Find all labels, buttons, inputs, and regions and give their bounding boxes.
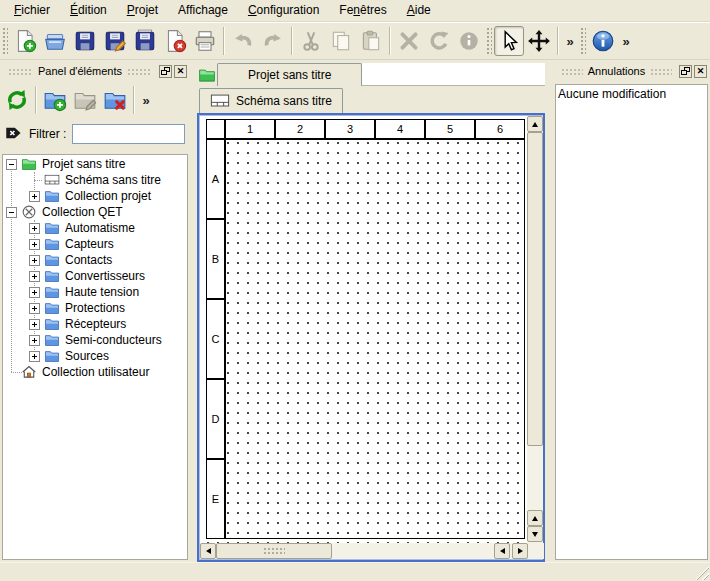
- expander-plus-icon[interactable]: [29, 319, 40, 330]
- expander-plus-icon[interactable]: [29, 271, 40, 282]
- open-project-button[interactable]: [40, 26, 70, 56]
- menu-configuration[interactable]: Configuration: [238, 0, 329, 22]
- filter-input[interactable]: [72, 124, 185, 144]
- tree-item-convertisseurs[interactable]: Convertisseurs: [3, 268, 187, 284]
- expander-plus-icon[interactable]: [29, 303, 40, 314]
- folder-icon: [44, 332, 60, 348]
- folder-icon: [44, 332, 60, 348]
- tree-item-contacts[interactable]: Contacts: [3, 252, 187, 268]
- menu-fenetres[interactable]: Fenêtres: [329, 0, 396, 22]
- move-view-button[interactable]: [524, 26, 554, 56]
- tree-item-automatisme[interactable]: Automatisme: [3, 220, 187, 236]
- tree-item-projet-sans-titre[interactable]: Projet sans titre: [3, 156, 187, 172]
- clear-filter-button[interactable]: [5, 124, 23, 145]
- tree-item-collection-projet[interactable]: Collection projet: [3, 188, 187, 204]
- toolbar-extension-button[interactable]: »: [138, 85, 154, 115]
- about-info-button[interactable]: [588, 26, 618, 56]
- menu-edition[interactable]: Édition: [60, 0, 117, 22]
- edit-category-button[interactable]: [70, 85, 100, 115]
- paste-button[interactable]: [356, 26, 386, 56]
- scroll-left-button[interactable]: [200, 543, 216, 559]
- scroll-right-button[interactable]: [512, 543, 528, 559]
- undo-history-item[interactable]: Aucune modification: [558, 86, 705, 102]
- toolbar-separator: [35, 86, 37, 114]
- expander-plus-icon[interactable]: [29, 351, 40, 362]
- project-icon: [198, 66, 216, 84]
- save-button[interactable]: [70, 26, 100, 56]
- expander-plus-icon[interactable]: [29, 255, 40, 266]
- scroll-up-button-2[interactable]: [527, 510, 543, 526]
- toolbar-extension-button[interactable]: »: [562, 26, 578, 56]
- tab-schema[interactable]: Schéma sans titre: [199, 88, 343, 113]
- folder-icon: [44, 188, 60, 204]
- project-folder-icon: [197, 64, 217, 86]
- expander-plus-icon[interactable]: [29, 223, 40, 234]
- vertical-scrollbar[interactable]: [527, 116, 543, 543]
- diagram-canvas[interactable]: 123456ABCDE: [200, 116, 527, 543]
- reload-collections-icon: [5, 88, 29, 112]
- copy-button[interactable]: [326, 26, 356, 56]
- tree-item-capteurs[interactable]: Capteurs: [3, 236, 187, 252]
- menu-projet[interactable]: Projet: [117, 0, 168, 22]
- tree-item-label: Collection QET: [42, 205, 123, 219]
- tree-item-label: Collection projet: [65, 189, 151, 203]
- row-header-D: D: [206, 379, 225, 459]
- vertical-scroll-thumb[interactable]: [527, 132, 543, 446]
- expander-plus-icon[interactable]: [29, 239, 40, 250]
- tree-item-protections[interactable]: Protections: [3, 300, 187, 316]
- tree-item-sources[interactable]: Sources: [3, 348, 187, 364]
- toolbar-extension-button[interactable]: »: [618, 26, 634, 56]
- save-all-button[interactable]: [130, 26, 160, 56]
- menu-bar: FichierÉditionProjetAffichageConfigurati…: [0, 0, 710, 22]
- scroll-down-button[interactable]: [527, 526, 543, 542]
- tree-item-r-cepteurs[interactable]: Récepteurs: [3, 316, 187, 332]
- qelectrotech-window: FichierÉditionProjetAffichageConfigurati…: [0, 0, 710, 581]
- element-info-button[interactable]: [454, 26, 484, 56]
- folder-icon: [44, 236, 60, 252]
- tree-item-collection-qet[interactable]: Collection QET: [3, 204, 187, 220]
- float-dock-button[interactable]: [679, 65, 692, 78]
- undo-button[interactable]: [228, 26, 258, 56]
- print-button[interactable]: [190, 26, 220, 56]
- scroll-left-button-2[interactable]: [494, 543, 510, 559]
- cut-icon: [299, 29, 323, 53]
- save-as-button[interactable]: [100, 26, 130, 56]
- tab-project[interactable]: Projet sans titre: [217, 63, 362, 86]
- tree-item-sch-ma-sans-titre[interactable]: Schéma sans titre: [3, 172, 187, 188]
- tree-item-haute-tension[interactable]: Haute tension: [3, 284, 187, 300]
- elements-tree: Projet sans titreSchéma sans titreCollec…: [2, 154, 188, 560]
- toolbar-handle[interactable]: [580, 27, 586, 55]
- close-project-button[interactable]: [160, 26, 190, 56]
- scroll-up-button[interactable]: [527, 116, 543, 132]
- schema-icon: [44, 172, 60, 188]
- toolbar-handle[interactable]: [2, 27, 8, 55]
- reload-collections-button[interactable]: [2, 85, 32, 115]
- toolbar-handle[interactable]: [486, 27, 492, 55]
- tree-item-semi-conducteurs[interactable]: Semi-conducteurs: [3, 332, 187, 348]
- delete-button[interactable]: [394, 26, 424, 56]
- expander-plus-icon[interactable]: [29, 287, 40, 298]
- redo-button[interactable]: [258, 26, 288, 56]
- menu-fichier[interactable]: Fichier: [4, 0, 60, 22]
- expander-minus-icon[interactable]: [6, 207, 17, 218]
- new-category-button[interactable]: [40, 85, 70, 115]
- horizontal-scroll-thumb[interactable]: [216, 543, 332, 559]
- rotate-button[interactable]: [424, 26, 454, 56]
- close-dock-button[interactable]: ✕: [174, 65, 187, 78]
- row-header-C: C: [206, 299, 225, 379]
- select-pointer-button[interactable]: [494, 26, 524, 56]
- menu-affichage[interactable]: Affichage: [168, 0, 238, 22]
- float-dock-button[interactable]: [159, 65, 172, 78]
- tree-item-collection-utilisateur[interactable]: Collection utilisateur: [3, 364, 187, 380]
- menu-aide[interactable]: Aide: [397, 0, 441, 22]
- frame-drawing-area[interactable]: [225, 139, 525, 539]
- expander-minus-icon[interactable]: [6, 159, 17, 170]
- close-dock-button[interactable]: ✕: [694, 65, 707, 78]
- cut-button[interactable]: [296, 26, 326, 56]
- horizontal-scrollbar[interactable]: [200, 543, 544, 559]
- delete-category-button[interactable]: [100, 85, 130, 115]
- expander-plus-icon[interactable]: [29, 335, 40, 346]
- expander-plus-icon[interactable]: [29, 191, 40, 202]
- resize-grip[interactable]: [695, 566, 709, 580]
- new-document-button[interactable]: [10, 26, 40, 56]
